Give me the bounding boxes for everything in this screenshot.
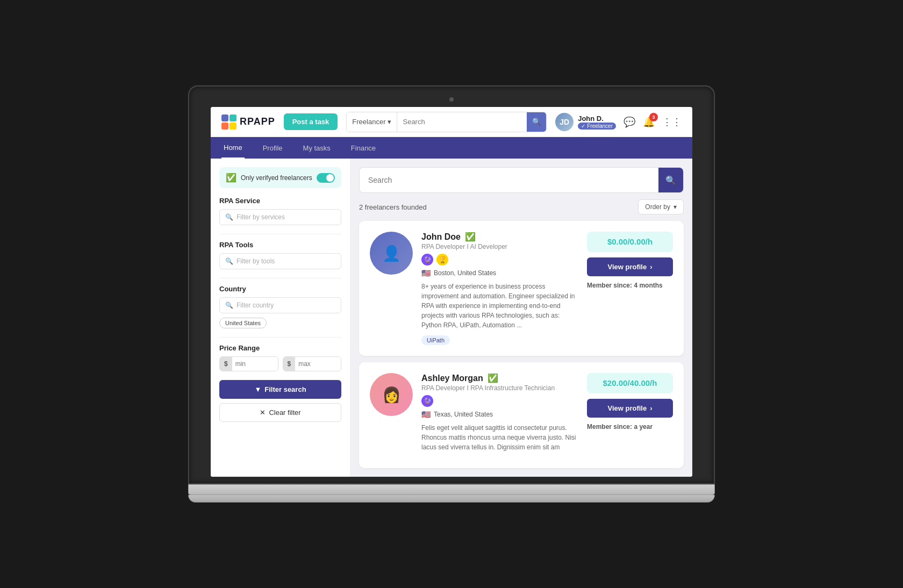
global-search-bar: Freelancer ▾ 🔍 (346, 112, 547, 132)
rate-box-0: $0.00/0.00/h (587, 232, 673, 252)
country-placeholder: Filter country (236, 302, 274, 309)
user-role-badge: ✓ Freelancer (578, 123, 616, 130)
verified-tick-0: ✅ (465, 232, 476, 242)
view-profile-label-0: View profile (607, 263, 647, 271)
order-by-icon: ▾ (673, 203, 677, 211)
search-icon: 🔍 (532, 118, 541, 126)
rate-value-1: $20.00/40.00/h (603, 378, 657, 388)
rate-box-1: $20.00/40.00/h (587, 373, 673, 393)
view-profile-button-1[interactable]: View profile › (587, 399, 673, 418)
main-search-icon: 🔍 (665, 175, 676, 185)
messages-button[interactable]: 💬 (624, 116, 635, 128)
svg-rect-0 (221, 114, 228, 121)
nav-item-my-tasks[interactable]: My tasks (301, 137, 333, 159)
price-min-wrap: $ (219, 356, 278, 371)
price-max-symbol: $ (283, 357, 296, 371)
main-area: 🔍 2 freelancers founded Order by ▾ � (350, 159, 692, 477)
sidebar: ✅ Only verifyed freelancers RPA Service … (211, 159, 350, 477)
user-pill[interactable]: JD John D. ✓ Freelancer (555, 113, 616, 131)
header-right: JD John D. ✓ Freelancer 💬 🔔 (555, 113, 682, 131)
svg-rect-2 (221, 123, 228, 130)
location-row-0: 🇺🇸 Boston, United States (421, 269, 578, 277)
notifications-button[interactable]: 🔔 3 (643, 116, 655, 128)
freelancer-card-1: 👩 Ashley Morgan ✅ RPA Developer I RPA In… (359, 362, 684, 468)
main-content: ✅ Only verifyed freelancers RPA Service … (211, 159, 692, 477)
freelancer-right-1: $20.00/40.00/h View profile › Member sin… (587, 373, 673, 457)
skill-tag-uipath[interactable]: UiPath (421, 335, 450, 345)
clear-filter-button[interactable]: ✕ Clear filter (219, 403, 341, 422)
grid-menu-button[interactable]: ⋮⋮ (662, 116, 682, 128)
rpa-service-input-wrap[interactable]: 🔍 Filter by services (219, 209, 341, 225)
price-max-input[interactable] (295, 357, 341, 371)
user-role-label: Freelancer (587, 123, 613, 129)
messages-icon: 💬 (624, 117, 635, 127)
nav-item-home[interactable]: Home (221, 137, 245, 159)
view-profile-button-0[interactable]: View profile › (587, 257, 673, 276)
search-icon-service: 🔍 (225, 213, 233, 221)
freelancer-name-1: Ashley Morgan (421, 374, 483, 383)
view-profile-label-1: View profile (607, 404, 647, 412)
country-input-wrap[interactable]: 🔍 Filter country (219, 297, 341, 313)
order-by-label: Order by (645, 203, 670, 211)
freelancer-name-row-0: John Doe ✅ (421, 232, 578, 242)
price-max-wrap: $ (283, 356, 342, 371)
rpa-tools-filter: RPA Tools 🔍 Filter by tools (219, 241, 341, 269)
logo-text: RPAPP (240, 116, 275, 127)
arrow-icon-1: › (650, 404, 652, 412)
location-text-0: Boston, United States (434, 269, 496, 277)
nav-item-profile[interactable]: Profile (261, 137, 285, 159)
badge-purple-0: 🔮 (421, 254, 433, 266)
global-search-input[interactable] (397, 112, 527, 132)
price-range-filter: Price Range $ $ (219, 344, 341, 371)
main-search-button[interactable]: 🔍 (658, 168, 683, 192)
rpa-tools-title: RPA Tools (219, 241, 341, 249)
search-type-dropdown[interactable]: Freelancer ▾ (347, 112, 397, 132)
freelancer-desc-1: Felis eget velit aliquet sagittis id con… (421, 423, 578, 452)
laptop-base (188, 484, 715, 495)
flag-icon-1: 🇺🇸 (421, 410, 431, 419)
divider-2 (219, 278, 341, 278)
divider-1 (219, 234, 341, 234)
global-search-button[interactable]: 🔍 (527, 112, 546, 132)
app-header: RPAPP Post a task Freelancer ▾ 🔍 JD (211, 107, 692, 137)
notification-badge: 3 (649, 113, 658, 121)
screen-bezel: RPAPP Post a task Freelancer ▾ 🔍 JD (188, 85, 715, 484)
svg-rect-3 (230, 123, 236, 130)
verified-toggle-switch[interactable] (317, 173, 335, 183)
nav-bar: Home Profile My tasks Finance (211, 137, 692, 159)
member-since-0: Member since: 4 months (587, 282, 663, 289)
location-row-1: 🇺🇸 Texas, United States (421, 410, 578, 419)
verified-toggle-row: ✅ Only verifyed freelancers (219, 167, 341, 188)
country-tag-us[interactable]: United States (219, 318, 267, 328)
freelancer-avatar-1: 👩 (370, 373, 413, 416)
laptop-frame: RPAPP Post a task Freelancer ▾ 🔍 JD (188, 85, 715, 503)
rate-value-0: $0.00/0.00/h (607, 237, 653, 246)
filter-search-button[interactable]: ▼ Filter search (219, 380, 341, 399)
user-name: John D. (578, 114, 616, 123)
freelancer-desc-0: 8+ years of experience in business proce… (421, 282, 578, 330)
freelancer-right-0: $0.00/0.00/h View profile › Member since… (587, 232, 673, 345)
post-task-button[interactable]: Post a task (284, 113, 338, 130)
rpa-service-filter: RPA Service 🔍 Filter by services (219, 197, 341, 225)
avatar: JD (555, 113, 574, 131)
badge-gold-0: 🏆 (436, 254, 448, 266)
filter-search-label: Filter search (264, 385, 306, 393)
freelancer-name-0: John Doe (421, 232, 461, 242)
clear-icon: ✕ (260, 408, 266, 417)
arrow-icon-0: › (650, 263, 652, 271)
check-icon: ✓ (581, 123, 585, 129)
order-by-button[interactable]: Order by ▾ (638, 199, 684, 214)
price-min-input[interactable] (232, 357, 278, 371)
screen: RPAPP Post a task Freelancer ▾ 🔍 JD (211, 107, 692, 477)
rpa-service-placeholder: Filter by services (236, 213, 285, 221)
skill-tags-0: UiPath (421, 335, 578, 345)
nav-item-finance[interactable]: Finance (349, 137, 378, 159)
member-since-1: Member since: a year (587, 423, 653, 431)
camera (449, 97, 454, 102)
main-search-input[interactable] (360, 169, 658, 191)
country-filter: Country 🔍 Filter country United States (219, 285, 341, 328)
freelancer-avatar-0: 👤 (370, 232, 413, 275)
flag-icon-0: 🇺🇸 (421, 269, 431, 277)
rpa-tools-input-wrap[interactable]: 🔍 Filter by tools (219, 253, 341, 269)
location-text-1: Texas, United States (434, 411, 493, 418)
